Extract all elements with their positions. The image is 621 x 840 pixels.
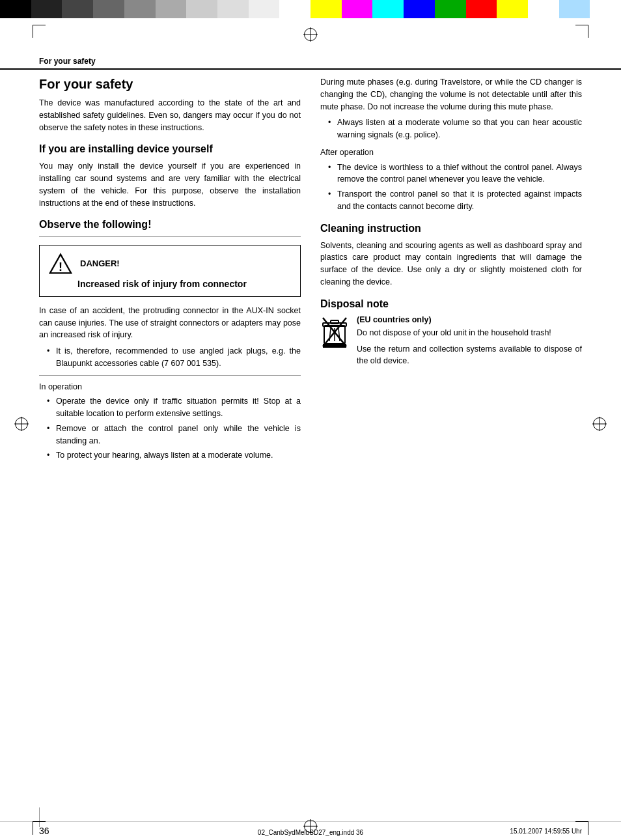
- crop-mark-br2: [588, 822, 588, 835]
- danger-header: ! DANGER!: [49, 252, 291, 275]
- footer-divider: [39, 807, 40, 827]
- mute-bullets: Always listen at a moderate volume so th…: [320, 117, 582, 141]
- mute-text: During mute phases (e.g. during Travelst…: [320, 76, 582, 113]
- list-item: Always listen at a moderate volume so th…: [331, 117, 582, 141]
- top-area: [0, 18, 621, 51]
- list-item: Remove or attach the control panel only …: [49, 423, 301, 447]
- crop-mark-bl2: [33, 822, 33, 835]
- svg-rect-4: [331, 320, 338, 324]
- main-content: For your safety The device was manufactu…: [0, 70, 621, 480]
- in-operation-label: In operation: [39, 381, 301, 393]
- color-segment: [559, 0, 590, 18]
- list-item: Operate the device only if traffic situa…: [49, 395, 301, 420]
- header-section: For your safety: [0, 51, 621, 70]
- list-item: To protect your hearing, always listen a…: [49, 449, 301, 462]
- main-title: For your safety: [39, 76, 301, 92]
- color-segment: [62, 0, 93, 18]
- crop-mark: [588, 25, 588, 38]
- list-item: The device is worthless to a thief witho…: [331, 161, 582, 186]
- disposal-icon: [320, 315, 349, 349]
- color-segment: [156, 0, 187, 18]
- crop-mark: [575, 25, 588, 25]
- danger-box: ! DANGER! Increased risk of injury from …: [39, 245, 301, 297]
- svg-text:!: !: [59, 260, 62, 273]
- danger-subtitle: Increased risk of injury from connector: [77, 278, 291, 290]
- left-crosshair: [14, 417, 29, 431]
- disposal-subtitle: (EU countries only): [357, 315, 582, 324]
- color-segment: [124, 0, 156, 18]
- color-segment: [528, 0, 559, 18]
- crop-mark: [33, 25, 46, 25]
- color-segment: [590, 0, 621, 18]
- clean-text: Solvents, cleaning and scouring agents a…: [320, 240, 582, 288]
- subtitle-observe: Observe the following!: [39, 218, 301, 231]
- color-bar: [0, 0, 621, 18]
- color-segment: [279, 0, 310, 18]
- color-segment: [466, 0, 497, 18]
- color-segment: [342, 0, 373, 18]
- divider: [39, 236, 301, 237]
- warning-triangle-icon: !: [49, 252, 72, 275]
- clean-title: Cleaning instruction: [320, 222, 582, 234]
- color-segment: [404, 0, 435, 18]
- disposal-box: (EU countries only) Do not dispose of yo…: [320, 315, 582, 371]
- disposal-text-area: (EU countries only) Do not dispose of yo…: [357, 315, 582, 371]
- disposal-title: Disposal note: [320, 298, 582, 310]
- subtitle-install: If you are installing device yourself: [39, 143, 301, 155]
- color-segment: [186, 0, 217, 18]
- danger-bullets: It is, therefore, recommended to use ang…: [39, 345, 301, 370]
- after-bullets: The device is worthless to a thief witho…: [320, 161, 582, 213]
- install-text: You may only install the device yourself…: [39, 160, 301, 209]
- intro-text: The device was manufactured according to…: [39, 97, 301, 133]
- crop-mark-bl: [33, 821, 46, 822]
- divider2: [39, 375, 301, 376]
- svg-rect-10: [323, 344, 346, 348]
- op-bullets: Operate the device only if traffic situa…: [39, 395, 301, 462]
- header-label: For your safety: [39, 57, 96, 66]
- color-segment: [497, 0, 528, 18]
- danger-title: DANGER!: [80, 259, 120, 268]
- color-segment: [435, 0, 466, 18]
- color-segment: [249, 0, 280, 18]
- color-segment: [217, 0, 249, 18]
- crop-mark-br: [575, 821, 588, 822]
- color-segment: [0, 0, 31, 18]
- bottom-center-crosshair: [303, 819, 318, 833]
- color-segment: [31, 0, 62, 18]
- crop-mark: [33, 25, 33, 38]
- color-segment: [310, 0, 342, 18]
- top-center-crosshair: [303, 27, 318, 42]
- after-op-label: After operation: [320, 147, 582, 159]
- disposal-text2: Use the return and collection systems av…: [357, 343, 582, 368]
- right-crosshair: [592, 417, 607, 431]
- disposal-text1: Do not dispose of your old unit in the h…: [357, 327, 582, 339]
- list-item: It is, therefore, recommended to use ang…: [49, 345, 301, 370]
- right-column: During mute phases (e.g. during Travelst…: [320, 76, 582, 467]
- danger-body: In case of an accident, the protruding c…: [39, 305, 301, 341]
- list-item: Transport the control panel so that it i…: [331, 188, 582, 213]
- color-segment: [93, 0, 124, 18]
- left-column: For your safety The device was manufactu…: [39, 76, 301, 467]
- color-segment: [372, 0, 404, 18]
